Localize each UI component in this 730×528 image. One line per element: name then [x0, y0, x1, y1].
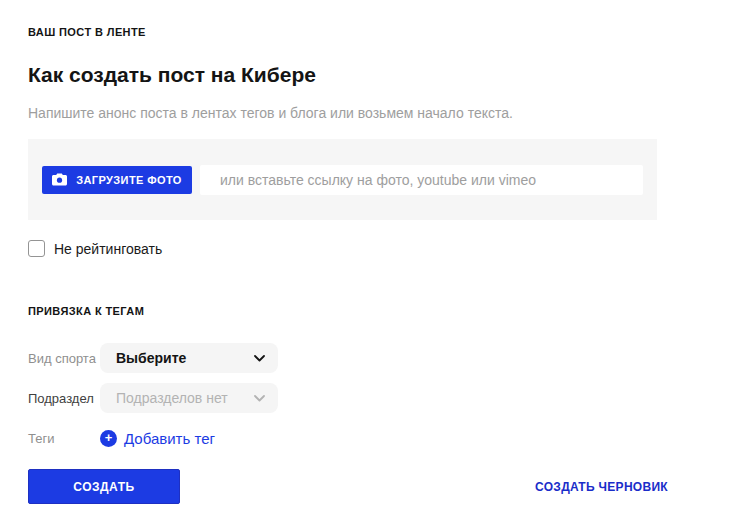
page-title: Как создать пост на Кибере [28, 63, 730, 87]
chevron-down-icon [254, 355, 265, 362]
sport-type-label: Вид спорта [28, 351, 100, 366]
sport-type-select[interactable]: Выберите [100, 343, 278, 373]
tags-row: Теги + Добавить тег [28, 426, 730, 450]
subsection-label: Подраздел [28, 391, 100, 406]
add-tag-label: Добавить тег [124, 430, 215, 447]
sport-type-row: Вид спорта Выберите [28, 343, 730, 373]
no-rating-row[interactable]: Не рейтинговать [28, 240, 162, 257]
sport-type-value: Выберите [116, 350, 186, 366]
add-tag-button[interactable]: + Добавить тег [100, 430, 215, 447]
tags-label: Теги [28, 431, 100, 446]
create-draft-link[interactable]: СОЗДАТЬ ЧЕРНОВИК [535, 480, 668, 494]
subsection-select[interactable]: Подразделов нет [100, 383, 278, 413]
footer-actions: СОЗДАТЬ СОЗДАТЬ ЧЕРНОВИК [28, 469, 668, 504]
no-rating-checkbox[interactable] [28, 240, 45, 257]
create-button[interactable]: СОЗДАТЬ [28, 469, 180, 504]
subsection-value: Подразделов нет [116, 390, 228, 406]
camera-icon [52, 173, 67, 186]
page-subtitle: Напишите анонс поста в лентах тегов и бл… [28, 104, 730, 122]
create-post-page: ВАШ ПОСТ В ЛЕНТЕ Как создать пост на Киб… [0, 0, 730, 504]
no-rating-label: Не рейтинговать [54, 241, 162, 257]
chevron-down-icon [254, 395, 265, 402]
subsection-row: Подраздел Подразделов нет [28, 383, 730, 413]
tags-section-title: ПРИВЯЗКА К ТЕГАМ [28, 305, 730, 317]
media-link-input[interactable] [200, 165, 643, 195]
upload-photo-label: ЗАГРУЗИТЕ ФОТО [76, 174, 182, 186]
upload-photo-button[interactable]: ЗАГРУЗИТЕ ФОТО [42, 166, 192, 194]
media-upload-panel: ЗАГРУЗИТЕ ФОТО [28, 139, 657, 220]
feed-post-eyebrow: ВАШ ПОСТ В ЛЕНТЕ [28, 26, 730, 38]
plus-icon: + [100, 430, 117, 447]
